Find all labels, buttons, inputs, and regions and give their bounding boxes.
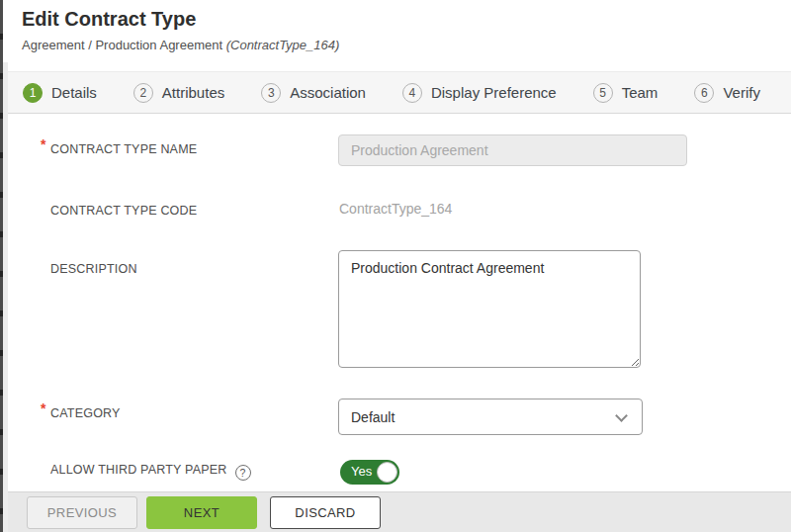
- tab-team[interactable]: 5 Team: [593, 83, 659, 103]
- contract-type-code-label: CONTRACT TYPE CODE: [50, 204, 197, 218]
- category-label: CATEGORY: [50, 406, 121, 420]
- description-label: DESCRIPTION: [50, 262, 137, 276]
- question-circle-icon[interactable]: ?: [235, 465, 251, 481]
- step-2-circle: 2: [133, 83, 153, 103]
- previous-button[interactable]: PREVIOUS: [27, 496, 137, 529]
- category-select[interactable]: Default: [338, 399, 643, 435]
- breadcrumb-code: (ContractType_164): [226, 38, 340, 52]
- breadcrumb-path: Agreement / Production Agreement: [22, 38, 222, 52]
- required-asterisk: *: [41, 400, 50, 416]
- tab-details[interactable]: 1 Details: [23, 83, 97, 103]
- tab-association[interactable]: 3 Association: [261, 83, 366, 103]
- tab-display-preference[interactable]: 4 Display Preference: [402, 83, 557, 103]
- step-6-label: Verify: [723, 84, 760, 101]
- wizard-step-bar: 1 Details 2 Attributes 3 Association 4 D…: [8, 71, 791, 114]
- contract-type-name-input[interactable]: [338, 134, 687, 166]
- allow-third-party-paper-toggle[interactable]: Yes: [340, 460, 399, 485]
- discard-button[interactable]: DISCARD: [270, 496, 381, 529]
- breadcrumb: Agreement / Production Agreement (Contra…: [22, 38, 339, 52]
- left-edge-gutter: [3, 62, 8, 532]
- step-3-label: Association: [290, 84, 366, 101]
- wizard-footer: PREVIOUS NEXT DISCARD: [8, 491, 791, 532]
- category-selected-value: Default: [351, 409, 395, 425]
- contract-type-code-value: ContractType_164: [339, 201, 452, 217]
- step-2-label: Attributes: [162, 84, 224, 101]
- next-button[interactable]: NEXT: [146, 496, 257, 529]
- tab-attributes[interactable]: 2 Attributes: [133, 83, 224, 103]
- step-5-label: Team: [622, 84, 659, 101]
- page-title: Edit Contract Type: [22, 8, 196, 31]
- toggle-on-label: Yes: [351, 464, 372, 479]
- step-6-circle: 6: [694, 83, 714, 103]
- description-textarea[interactable]: Production Contract Agreement: [338, 250, 641, 368]
- chevron-down-icon: [615, 409, 628, 422]
- contract-type-name-label: CONTRACT TYPE NAME: [50, 142, 197, 156]
- step-4-label: Display Preference: [431, 84, 557, 101]
- tab-verify[interactable]: 6 Verify: [694, 83, 760, 103]
- step-4-circle: 4: [402, 83, 422, 103]
- step-3-circle: 3: [261, 83, 281, 103]
- step-1-circle: 1: [23, 83, 43, 103]
- step-1-label: Details: [51, 84, 97, 101]
- toggle-knob: [377, 462, 397, 483]
- allow-third-party-paper-label: ALLOW THIRD PARTY PAPER?: [50, 463, 251, 481]
- step-5-circle: 5: [593, 83, 613, 103]
- required-asterisk: *: [41, 136, 50, 152]
- edit-contract-type-page: Edit Contract Type Agreement / Productio…: [0, 0, 791, 532]
